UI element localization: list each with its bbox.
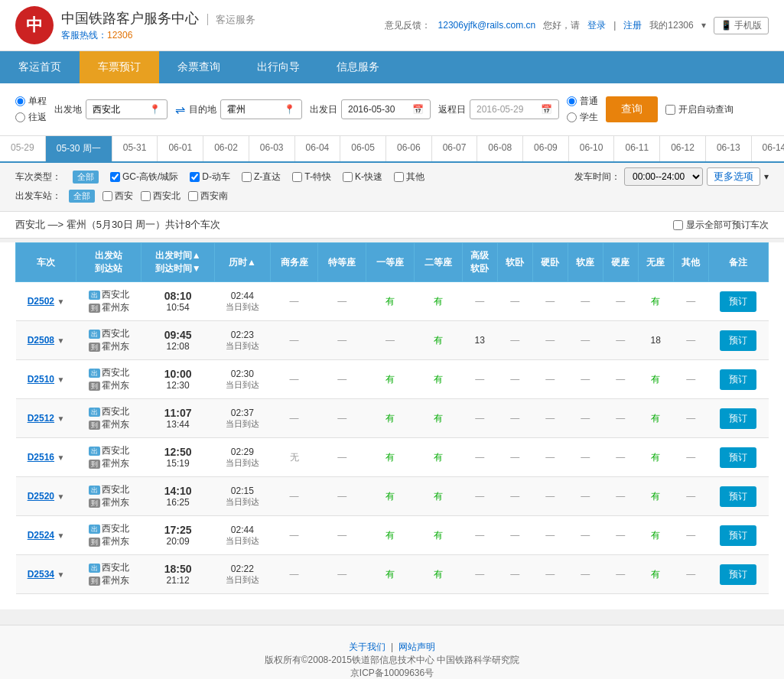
- train-dropdown-arrow[interactable]: ▼: [57, 492, 64, 501]
- nav-item-home[interactable]: 客运首页: [0, 51, 80, 83]
- train-dropdown-arrow[interactable]: ▼: [57, 414, 64, 423]
- book-button[interactable]: 预订: [720, 525, 756, 546]
- mobile-link[interactable]: 📱 手机版: [714, 17, 769, 34]
- date-tab-0613[interactable]: 06-13: [706, 136, 752, 161]
- book-button[interactable]: 预订: [720, 330, 756, 351]
- date-tab-0603[interactable]: 06-03: [249, 136, 295, 161]
- nav-item-query[interactable]: 余票查询: [159, 51, 239, 83]
- availability-cell: —: [568, 360, 603, 399]
- gc-checkbox[interactable]: [110, 172, 120, 182]
- train-number-link[interactable]: D2508: [28, 335, 54, 346]
- other-checkbox[interactable]: [394, 172, 404, 182]
- train-dropdown-arrow[interactable]: ▼: [57, 531, 64, 540]
- date-tab-0606[interactable]: 06-06: [386, 136, 432, 161]
- depart-time: 08:10: [145, 290, 212, 302]
- date-tab-0607[interactable]: 06-07: [432, 136, 478, 161]
- date-tab-0530[interactable]: 05-30 周一: [46, 136, 112, 161]
- d-checkbox-label[interactable]: D-动车: [190, 171, 230, 184]
- depart-date-input[interactable]: [348, 104, 409, 115]
- availability-cell: —: [462, 555, 497, 594]
- show-all-checkbox[interactable]: [673, 220, 683, 230]
- book-button[interactable]: 预订: [720, 564, 756, 585]
- book-button[interactable]: 预订: [720, 369, 756, 390]
- train-number-link[interactable]: D2512: [28, 413, 54, 424]
- book-button[interactable]: 预订: [720, 486, 756, 507]
- calendar-icon[interactable]: 📅: [412, 104, 424, 115]
- show-all-group[interactable]: 显示全部可预订车次: [673, 219, 769, 232]
- train-number-link[interactable]: D2524: [28, 530, 54, 541]
- nav-item-info[interactable]: 信息服务: [318, 51, 398, 83]
- xian-station-checkbox[interactable]: [102, 191, 112, 201]
- my-account[interactable]: 我的12306: [649, 19, 693, 32]
- more-options-button[interactable]: 更多选项: [707, 167, 760, 186]
- swap-icon[interactable]: ⇌: [175, 102, 185, 117]
- depart-time-select[interactable]: 00:00--24:00: [624, 167, 703, 186]
- t-checkbox[interactable]: [292, 172, 302, 182]
- date-tab-0602[interactable]: 06-02: [203, 136, 249, 161]
- book-button[interactable]: 预订: [720, 447, 756, 468]
- train-number-link[interactable]: D2516: [28, 452, 54, 463]
- train-dropdown-arrow[interactable]: ▼: [57, 570, 64, 579]
- from-station: 西安北: [102, 445, 129, 456]
- nav-item-booking[interactable]: 车票预订: [80, 51, 159, 83]
- date-tab-0608[interactable]: 06-08: [477, 136, 523, 161]
- train-number-link[interactable]: D2502: [28, 296, 54, 307]
- student-ticket-radio[interactable]: 学生: [567, 111, 598, 124]
- xian-south-station-label[interactable]: 西安南: [188, 190, 228, 203]
- login-link[interactable]: 登录: [587, 19, 606, 32]
- xian-south-station-checkbox[interactable]: [188, 191, 198, 201]
- same-day-label: 当日到达: [218, 301, 268, 313]
- xian-station-label[interactable]: 西安: [102, 190, 133, 203]
- date-tab-0614[interactable]: 06-14: [752, 136, 784, 161]
- z-checkbox-label[interactable]: Z-直达: [242, 171, 281, 184]
- train-number-link[interactable]: D2534: [28, 569, 54, 580]
- train-dropdown-arrow[interactable]: ▼: [57, 375, 64, 384]
- train-dropdown-arrow[interactable]: ▼: [57, 453, 64, 462]
- date-tab-0601[interactable]: 06-01: [158, 136, 203, 161]
- k-checkbox-label[interactable]: K-快速: [343, 171, 382, 184]
- date-tab-0529[interactable]: 05-29: [0, 136, 46, 161]
- statement-link[interactable]: 网站声明: [399, 642, 435, 652]
- return-date-input[interactable]: [477, 104, 538, 115]
- col-duration[interactable]: 历时▲: [215, 243, 271, 282]
- z-checkbox[interactable]: [242, 172, 252, 182]
- query-button[interactable]: 查询: [606, 96, 658, 122]
- auto-query-checkbox[interactable]: [665, 105, 675, 115]
- return-trip-radio[interactable]: 往返: [15, 111, 47, 124]
- date-tab-0605[interactable]: 06-05: [340, 136, 386, 161]
- date-tab-0604[interactable]: 06-04: [295, 136, 341, 161]
- other-checkbox-label[interactable]: 其他: [394, 171, 425, 184]
- nav-item-guide[interactable]: 出行向导: [239, 51, 318, 83]
- date-tab-0612[interactable]: 06-12: [660, 136, 706, 161]
- book-button[interactable]: 预订: [720, 291, 756, 312]
- date-tab-0611[interactable]: 06-11: [614, 136, 660, 161]
- gc-checkbox-label[interactable]: GC-高铁/城际: [110, 171, 178, 184]
- calendar-icon-return[interactable]: 📅: [541, 104, 552, 115]
- all-tag[interactable]: 全部: [73, 171, 99, 184]
- date-tab-0610[interactable]: 06-10: [569, 136, 615, 161]
- d-checkbox[interactable]: [190, 172, 200, 182]
- train-number-link[interactable]: D2510: [28, 374, 54, 385]
- col-time[interactable]: 出发时间▲到达时间▼: [142, 243, 215, 282]
- feedback-link[interactable]: 12306yjfk@rails.com.cn: [438, 20, 536, 31]
- date-tab-0609[interactable]: 06-09: [523, 136, 569, 161]
- to-input[interactable]: [227, 104, 281, 115]
- book-button[interactable]: 预订: [720, 408, 756, 429]
- k-checkbox[interactable]: [343, 172, 353, 182]
- station-filter-label: 出发车站：: [15, 190, 61, 203]
- train-number-link[interactable]: D2520: [28, 491, 54, 502]
- train-dropdown-arrow[interactable]: ▼: [57, 297, 64, 306]
- from-input[interactable]: [93, 104, 146, 115]
- col-first: 一等座: [366, 243, 415, 282]
- train-dropdown-arrow[interactable]: ▼: [57, 336, 64, 345]
- about-link[interactable]: 关于我们: [349, 642, 385, 652]
- station-all-tag[interactable]: 全部: [69, 190, 95, 203]
- t-checkbox-label[interactable]: T-特快: [292, 171, 331, 184]
- xian-north-station-checkbox[interactable]: [141, 191, 151, 201]
- register-link[interactable]: 注册: [623, 19, 642, 32]
- date-tab-0531[interactable]: 05-31: [112, 136, 158, 161]
- normal-ticket-radio[interactable]: 普通: [567, 95, 598, 108]
- auto-query-group[interactable]: 开启自动查询: [665, 103, 734, 116]
- single-trip-radio[interactable]: 单程: [15, 95, 47, 108]
- xian-north-station-label[interactable]: 西安北: [141, 190, 181, 203]
